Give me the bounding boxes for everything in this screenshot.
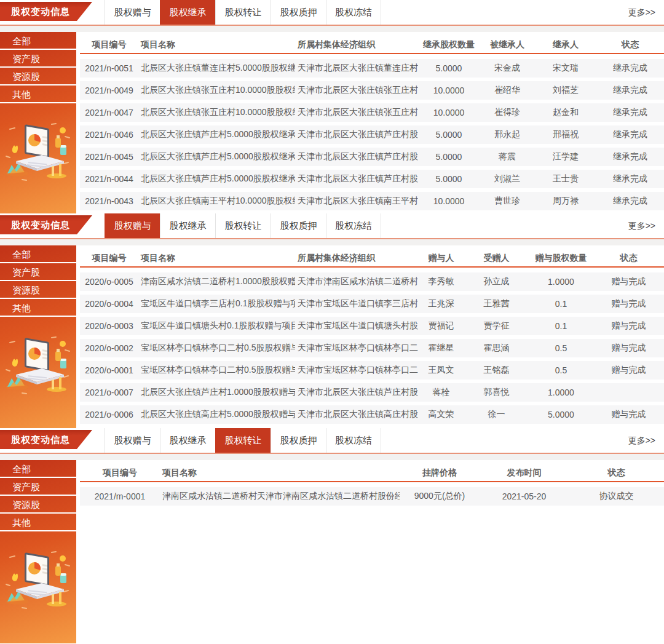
table-cell: 2021/n-0046 — [80, 130, 138, 140]
table-cell: 王士贵 — [535, 173, 596, 185]
divider-strip — [0, 239, 664, 245]
sidebar-item-1[interactable]: 资产股 — [0, 478, 76, 496]
more-link[interactable]: 更多>> — [628, 0, 655, 25]
table-cell: 10.0000 — [418, 85, 480, 95]
tab-3[interactable]: 股权质押 — [271, 428, 326, 453]
laptop-chart-illustration — [4, 121, 73, 185]
sidebar-item-1[interactable]: 资产股 — [0, 50, 76, 68]
laptop-chart-illustration — [4, 549, 73, 613]
sidebar-item-0[interactable]: 全部 — [0, 460, 76, 478]
tab-3[interactable]: 股权质押 — [271, 213, 326, 238]
tab-list: 股权赠与股权继承股权转让股权质押股权冻结 — [105, 0, 381, 25]
table-cell: 2021/n-0049 — [80, 85, 138, 95]
table-row[interactable]: 2021/n-0045北辰区大张庄镇芦庄村5.0000股股权继承...天津市北辰… — [80, 148, 664, 166]
sidebar-item-2[interactable]: 资源股 — [0, 281, 76, 299]
table-cell: 继承完成 — [596, 173, 664, 185]
tab-4[interactable]: 股权冻结 — [326, 0, 381, 25]
table-cell: 宋文瑞 — [535, 63, 596, 74]
tab-list: 股权赠与股权继承股权转让股权质押股权冻结 — [105, 428, 381, 453]
table-cell: 继承完成 — [596, 196, 664, 207]
table-row[interactable]: 2020/o-0004宝坻区牛道口镇李三店村0.1股股权赠与项目天津市宝坻区牛道… — [80, 295, 664, 313]
table-row[interactable]: 2021/n-0047北辰区大张庄镇张五庄村10.0000股股权继...天津市北… — [80, 103, 664, 122]
table-body: 2021/n-0051北辰区大张庄镇董连庄村5.0000股股权继...天津市北辰… — [80, 59, 664, 210]
table-cell: 天津市北辰区大张庄镇芦庄村股份... — [295, 151, 418, 162]
tab-0[interactable]: 股权赠与 — [105, 428, 160, 453]
tab-4[interactable]: 股权冻结 — [326, 428, 381, 453]
table-cell: 王铭磊 — [464, 365, 529, 376]
category-sidebar: 全部资产股资源股其他 — [0, 245, 76, 428]
table-cell: 贾学征 — [464, 320, 529, 332]
table-cell: 5.0000 — [418, 130, 480, 140]
table-cell: 刘淑兰 — [480, 173, 535, 185]
tab-1[interactable]: 股权继承 — [160, 428, 215, 453]
table-row[interactable]: 2021/o-0006北辰区大张庄镇高庄村5.0000股股权赠与...天津市北辰… — [80, 405, 664, 424]
data-table: 项目编号项目名称所属村集体经济组织继承股权数量被继承人继承人状态 2021/n-… — [80, 32, 664, 210]
table-cell: 赠与完成 — [593, 276, 664, 287]
tab-0[interactable]: 股权赠与 — [105, 0, 160, 25]
table-cell: 崔绍华 — [480, 85, 535, 96]
table-cell: 曹世珍 — [480, 196, 535, 207]
table-cell: 津南区咸水沽镇二道桥村1.0000股股权赠... — [138, 276, 295, 287]
category-sidebar: 全部资产股资源股其他 — [0, 32, 76, 213]
column-header: 状态 — [569, 467, 664, 479]
tab-2[interactable]: 股权转让 — [215, 213, 271, 238]
table-cell: 蒋震 — [480, 151, 535, 162]
more-link[interactable]: 更多>> — [628, 213, 655, 238]
table-cell: 王雅茜 — [464, 298, 529, 309]
sidebar-item-0[interactable]: 全部 — [0, 245, 76, 263]
column-header: 受赠人 — [464, 253, 529, 264]
table-cell: 赵金和 — [535, 107, 596, 118]
table-cell: 0.1 — [529, 299, 593, 309]
table-row[interactable]: 2021/n-0051北辰区大张庄镇董连庄村5.0000股股权继...天津市北辰… — [80, 59, 664, 78]
table-row[interactable]: 2020/o-0001宝坻区林亭口镇林亭口二村0.5股股权赠与...天津市宝坻区… — [80, 361, 664, 380]
table-cell: 北辰区大张庄镇张五庄村10.0000股股权继... — [138, 85, 295, 96]
tab-active-1[interactable]: 股权继承 — [160, 0, 215, 25]
table-cell: 王凤文 — [418, 365, 464, 376]
table-cell: 贾福记 — [418, 320, 464, 332]
column-header: 赠与股权数量 — [529, 253, 593, 264]
table-cell: 周万禄 — [535, 196, 596, 207]
sidebar-item-3[interactable]: 其他 — [0, 299, 76, 317]
tab-4[interactable]: 股权冻结 — [326, 213, 381, 238]
table-row[interactable]: 2021/n-0044北辰区大张庄镇芦庄村5.0000股股权继承...天津市北辰… — [80, 170, 664, 188]
tab-3[interactable]: 股权质押 — [271, 0, 326, 25]
table-cell: 0.5 — [529, 343, 593, 353]
sidebar-item-3[interactable]: 其他 — [0, 514, 76, 531]
table-cell: 10.0000 — [418, 196, 480, 206]
table-header-row: 项目编号项目名称所属村集体经济组织继承股权数量被继承人继承人状态 — [80, 38, 664, 54]
table-row[interactable]: 2021/n-0049北辰区大张庄镇张五庄村10.0000股股权继...天津市北… — [80, 81, 664, 100]
table-cell: 天津市津南区咸水沽镇二道桥村股... — [295, 276, 418, 287]
table-cell: 10.0000 — [418, 108, 480, 117]
sidebar-item-2[interactable]: 资源股 — [0, 68, 76, 85]
table-cell: 2021/n-0044 — [80, 174, 138, 184]
divider-strip — [0, 26, 664, 32]
table-row[interactable]: 2020/o-0005津南区咸水沽镇二道桥村1.0000股股权赠...天津市津南… — [80, 272, 664, 291]
table-row[interactable]: 2021/o-0007北辰区大张庄镇芦庄村1.0000股股权赠与...天津市北辰… — [80, 383, 664, 402]
table-row[interactable]: 2020/o-0003宝坻区牛道口镇塘头村0.1股股权赠与项目天津市宝坻区牛道口… — [80, 317, 664, 335]
table-row[interactable]: 2021/m-0001津南区咸水沽镇二道桥村天津市津南区咸水沽镇二道桥村股份经.… — [80, 487, 664, 506]
table-body: 2020/o-0005津南区咸水沽镇二道桥村1.0000股股权赠...天津市津南… — [80, 272, 664, 424]
sidebar-item-3[interactable]: 其他 — [0, 85, 76, 103]
table-cell: 北辰区大张庄镇高庄村5.0000股股权赠与... — [138, 409, 295, 420]
table-cell: 2021/m-0001 — [80, 491, 160, 501]
table-cell: 2021-05-20 — [480, 491, 569, 501]
table-cell: 继承完成 — [596, 129, 664, 140]
table-row[interactable]: 2020/o-0002宝坻区林亭口镇林亭口二村0.5股股权赠与...天津市宝坻区… — [80, 339, 664, 357]
column-header: 赠与人 — [418, 253, 464, 264]
column-header: 项目编号 — [80, 467, 160, 479]
data-table: 项目编号项目名称挂牌价格发布时间状态 2021/m-0001津南区咸水沽镇二道桥… — [80, 460, 664, 506]
tab-active-2[interactable]: 股权转让 — [215, 428, 271, 453]
table-cell: 郭喜悦 — [464, 387, 529, 398]
tab-active-0[interactable]: 股权赠与 — [105, 213, 160, 238]
tab-2[interactable]: 股权转让 — [215, 0, 271, 25]
table-cell: 2021/n-0047 — [80, 108, 138, 117]
table-cell: 崔得珍 — [480, 107, 535, 118]
table-row[interactable]: 2021/n-0046北辰区大张庄镇芦庄村5.0000股股权继承...天津市北辰… — [80, 125, 664, 144]
more-link[interactable]: 更多>> — [628, 428, 655, 453]
sidebar-item-2[interactable]: 资源股 — [0, 496, 76, 514]
sidebar-item-1[interactable]: 资产股 — [0, 263, 76, 281]
section-content: 全部资产股资源股其他 项目编号项目名称所属村集体经济组织赠与人受赠人赠与股权数量… — [0, 245, 664, 428]
tab-1[interactable]: 股权继承 — [160, 213, 215, 238]
sidebar-item-0[interactable]: 全部 — [0, 32, 76, 50]
table-row[interactable]: 2021/n-0043北辰区大张庄镇南王平村10.0000股股权继...天津市北… — [80, 192, 664, 210]
